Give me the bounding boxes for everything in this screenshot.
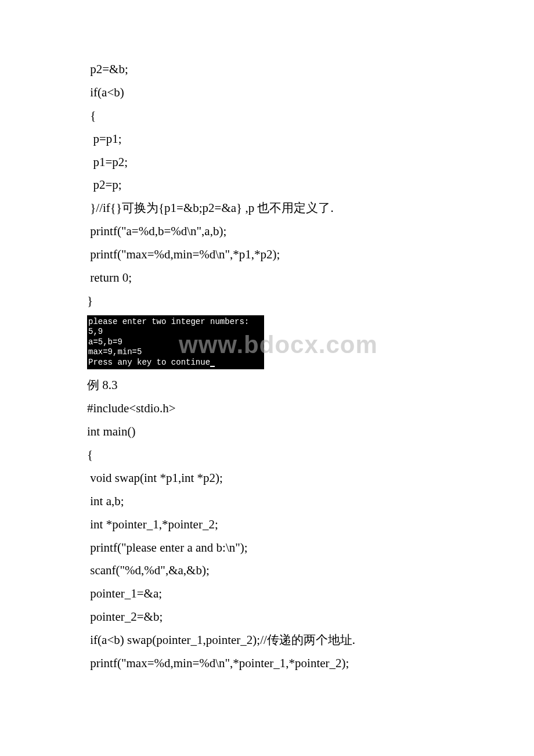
console-line: a=5,b=9 (88, 337, 263, 348)
code-line: #include<stdio.h> (87, 397, 447, 420)
code-line: int main() (87, 420, 447, 444)
code-line: printf("max=%d,min=%d\n",*p1,*p2); (87, 243, 447, 267)
code-line: p=p1; (87, 128, 447, 151)
code-line: p2=&b; (87, 58, 447, 81)
code-line: }//if{}可换为{p1=&b;p2=&a} ,p 也不用定义了. (87, 197, 447, 220)
code-line: if(a<b) (87, 81, 447, 105)
example-title: 例 8.3 (87, 374, 447, 397)
code-line: } (87, 290, 447, 313)
console-line: please enter two integer numbers: (88, 317, 263, 327)
cursor-icon (210, 366, 215, 367)
code-line: return 0; (87, 267, 447, 290)
code-line: p1=p2; (87, 151, 447, 174)
code-line: int a,b; (87, 490, 447, 513)
code-line: void swap(int *p1,int *p2); (87, 467, 447, 490)
code-line: int *pointer_1,*pointer_2; (87, 513, 447, 537)
code-line: printf("please enter a and b:\n"); (87, 537, 447, 560)
code-line: printf("a=%d,b=%d\n",a,b); (87, 220, 447, 243)
code-line: p2=p; (87, 174, 447, 197)
console-output: please enter two integer numbers: 5,9 a=… (87, 315, 264, 370)
code-line: pointer_2=&b; (87, 606, 447, 629)
code-line: pointer_1=&a; (87, 582, 447, 606)
code-line: { (87, 105, 447, 128)
console-line: max=9,min=5 (88, 347, 263, 358)
code-line: scanf("%d,%d",&a,&b); (87, 559, 447, 582)
console-line: 5,9 (88, 327, 263, 337)
console-line: Press any key to continue (88, 358, 263, 368)
code-line: printf("max=%d,min=%d\n",*pointer_1,*poi… (87, 652, 447, 675)
code-line: if(a<b) swap(pointer_1,pointer_2);//传递的两… (87, 629, 447, 652)
code-line: { (87, 444, 447, 467)
